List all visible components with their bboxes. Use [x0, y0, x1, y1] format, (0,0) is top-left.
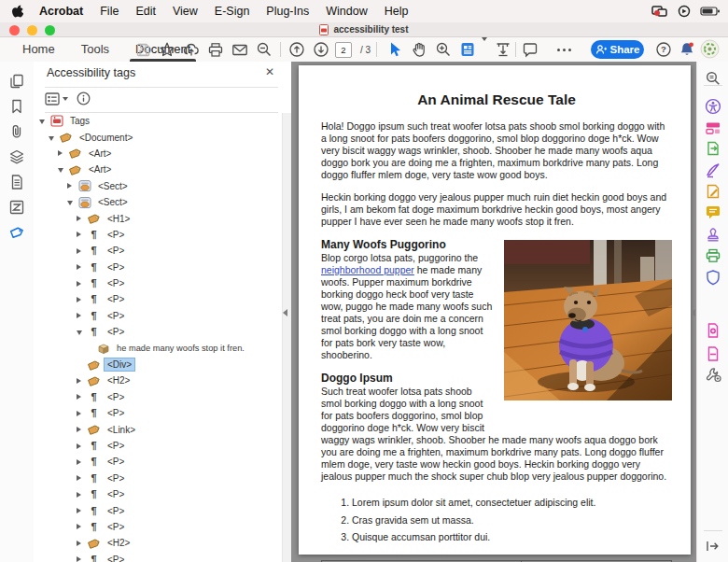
- tree-item-p[interactable]: ¶<P>: [34, 438, 282, 454]
- view-options-icon[interactable]: [45, 92, 68, 105]
- share-button[interactable]: Share: [591, 40, 644, 59]
- expander-icon[interactable]: [75, 459, 83, 465]
- tree-item-p[interactable]: ¶<P>: [34, 243, 282, 259]
- tree-item-p[interactable]: ¶<P>: [34, 454, 282, 470]
- expander-icon[interactable]: [75, 232, 83, 237]
- menu-item-file[interactable]: File: [91, 5, 127, 18]
- tab-tools[interactable]: Tools: [68, 37, 122, 62]
- record-icon[interactable]: [678, 5, 691, 18]
- expander-icon[interactable]: [75, 492, 83, 498]
- menu-item-edit[interactable]: Edit: [127, 5, 164, 18]
- page-thumbnails-panel-icon[interactable]: [8, 73, 26, 91]
- expander-icon[interactable]: [75, 329, 83, 335]
- tree-item-p[interactable]: ¶<P>: [34, 552, 282, 562]
- expander-icon[interactable]: [56, 166, 64, 173]
- more-options-icon[interactable]: [553, 39, 574, 60]
- hand-tool-icon[interactable]: [409, 39, 429, 60]
- protect-tool-icon[interactable]: [705, 269, 721, 286]
- expander-icon[interactable]: [75, 281, 83, 287]
- tree-item-p[interactable]: ¶<P>: [34, 275, 282, 291]
- panel-scrollbar[interactable]: [282, 113, 291, 562]
- save-icon[interactable]: [133, 39, 153, 60]
- expander-icon[interactable]: [37, 118, 46, 124]
- tree-item-art[interactable]: <Art>: [34, 146, 282, 162]
- edit-pdf-tool-icon[interactable]: [705, 183, 721, 200]
- expander-icon[interactable]: [56, 150, 64, 156]
- tree-item-p[interactable]: ¶<P>: [34, 486, 282, 502]
- close-panel-icon[interactable]: ✕: [263, 65, 276, 78]
- star-icon[interactable]: [157, 39, 177, 60]
- info-icon[interactable]: [77, 91, 91, 105]
- document-view-area[interactable]: An Animal Rescue Tale Hola! Doggo ipsum …: [291, 62, 696, 562]
- tree-item-tags[interactable]: Tags: [34, 113, 282, 129]
- page-display-icon[interactable]: [457, 39, 478, 60]
- expander-icon[interactable]: [47, 134, 55, 141]
- comment-bubble-icon[interactable]: [520, 39, 540, 60]
- expander-icon[interactable]: [75, 541, 83, 546]
- expander-icon[interactable]: [75, 378, 83, 384]
- tree-item-p[interactable]: ¶<P>: [34, 502, 282, 518]
- scroll-mode-icon[interactable]: [493, 39, 513, 60]
- content-panel-icon[interactable]: [8, 174, 26, 191]
- organize-pages-add-tool-icon[interactable]: [705, 322, 721, 339]
- search-tool-icon[interactable]: [705, 70, 721, 87]
- prepare-form-tool-icon[interactable]: [705, 119, 721, 136]
- expander-icon[interactable]: [75, 475, 83, 481]
- page-display-caret-icon[interactable]: [482, 41, 489, 58]
- zoom-out-icon[interactable]: [254, 39, 274, 60]
- print-icon[interactable]: [205, 39, 226, 60]
- menu-item-window[interactable]: Window: [317, 5, 375, 18]
- tree-item-art[interactable]: <Art>: [34, 162, 282, 177]
- tree-item-p[interactable]: ¶<P>: [34, 471, 282, 486]
- menu-item-help[interactable]: Help: [376, 5, 417, 18]
- page-up-icon[interactable]: [287, 39, 307, 60]
- more-tools-icon[interactable]: [705, 366, 721, 383]
- account-avatar[interactable]: [700, 39, 720, 59]
- select-tool-icon[interactable]: [385, 39, 405, 60]
- comment-tool-icon[interactable]: [705, 204, 721, 221]
- menu-item-view[interactable]: View: [164, 5, 206, 18]
- expander-icon[interactable]: [75, 264, 83, 270]
- expander-icon[interactable]: [75, 556, 83, 562]
- tree-item-h2[interactable]: <H2>: [34, 535, 282, 551]
- tree-item-h1[interactable]: <H1>: [34, 210, 282, 226]
- fill-sign-tool-icon[interactable]: [705, 162, 721, 178]
- help-icon[interactable]: ?: [653, 39, 674, 60]
- notifications-bell-icon[interactable]: [677, 39, 697, 60]
- tree-item-sect[interactable]: <Sect>: [34, 178, 282, 194]
- expand-tools-panel-icon[interactable]: [705, 540, 721, 556]
- menu-item-plug-ins[interactable]: Plug-Ins: [258, 5, 317, 18]
- neighborhood-pupper-link[interactable]: neighborhood pupper: [321, 264, 414, 275]
- layers-panel-icon[interactable]: [8, 148, 26, 166]
- organize-pages-remove-tool-icon[interactable]: [705, 345, 721, 362]
- zoom-in-icon[interactable]: [433, 39, 454, 60]
- print-production-tool-icon[interactable]: [705, 247, 721, 264]
- expander-icon[interactable]: [65, 183, 74, 189]
- tree-item-p[interactable]: ¶<P>: [34, 324, 282, 340]
- expander-icon[interactable]: [75, 248, 83, 254]
- upload-cloud-icon[interactable]: [181, 39, 202, 60]
- tree-item-p[interactable]: ¶<P>: [34, 291, 282, 307]
- expander-icon[interactable]: [75, 313, 83, 318]
- tree-item-p[interactable]: ¶<P>: [34, 519, 282, 535]
- tree-item-p[interactable]: ¶<P>: [34, 308, 282, 324]
- collapse-left-panel-icon[interactable]: [283, 306, 290, 319]
- tree-item-h2[interactable]: <H2>: [34, 372, 282, 388]
- expander-icon[interactable]: [75, 394, 83, 400]
- screen-mirroring-icon[interactable]: [651, 5, 668, 18]
- menu-item-acrobat[interactable]: Acrobat: [31, 5, 91, 18]
- tree-item-he-made-many-woofs-stop-it-fren[interactable]: he made many woofs stop it fren.: [34, 340, 282, 356]
- expander-icon[interactable]: [75, 524, 83, 529]
- expander-icon[interactable]: [75, 216, 83, 221]
- bookmarks-panel-icon[interactable]: [8, 98, 26, 116]
- document-tab[interactable]: accessibility test: [0, 22, 728, 36]
- tree-item-p[interactable]: ¶<P>: [34, 227, 282, 243]
- accessibility-tool-icon[interactable]: [705, 98, 721, 115]
- export-pdf-tool-icon[interactable]: [705, 140, 721, 157]
- attachments-panel-icon[interactable]: [8, 123, 26, 141]
- expander-icon[interactable]: [75, 297, 83, 302]
- expander-icon[interactable]: [75, 427, 83, 432]
- tree-item-p[interactable]: ¶<P>: [34, 389, 282, 405]
- accessibility-tags-panel-icon[interactable]: [8, 224, 26, 242]
- current-page-input[interactable]: 2: [335, 42, 352, 58]
